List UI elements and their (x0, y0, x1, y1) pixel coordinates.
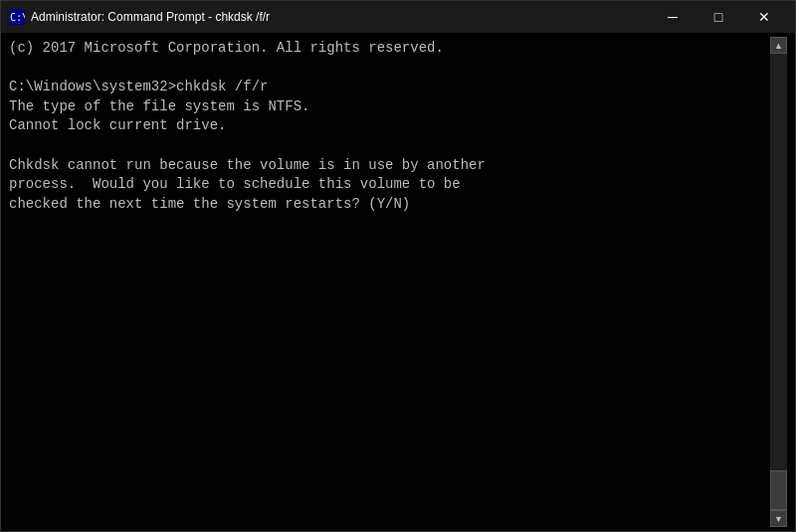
scrollbar: ▲ ▼ (770, 37, 787, 527)
title-bar: C:\ Administrator: Command Prompt - chkd… (1, 1, 795, 33)
close-button[interactable]: ✕ (741, 1, 787, 33)
window-title: Administrator: Command Prompt - chkdsk /… (31, 10, 650, 24)
window-controls: ─ □ ✕ (650, 1, 787, 33)
cmd-window: C:\ Administrator: Command Prompt - chkd… (0, 0, 796, 532)
scrollbar-down-arrow[interactable]: ▼ (770, 510, 787, 527)
minimize-button[interactable]: ─ (650, 1, 696, 33)
scrollbar-up-arrow[interactable]: ▲ (770, 37, 787, 54)
terminal-body[interactable]: (c) 2017 Microsoft Corporation. All righ… (1, 33, 795, 531)
scrollbar-thumb[interactable] (770, 470, 787, 510)
svg-text:C:\: C:\ (10, 12, 25, 23)
maximize-button[interactable]: □ (696, 1, 741, 33)
scrollbar-track[interactable] (770, 54, 787, 510)
cmd-icon: C:\ (9, 9, 25, 25)
terminal-output: (c) 2017 Microsoft Corporation. All righ… (9, 37, 770, 527)
